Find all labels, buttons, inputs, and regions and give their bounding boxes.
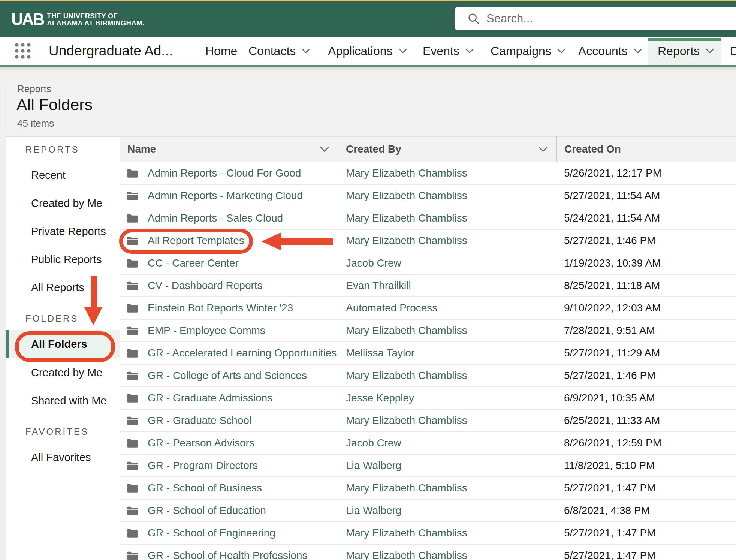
folder-name-link[interactable]: Admin Reports - Sales Cloud [148,212,283,224]
folder-name-link[interactable]: CC - Career Center [148,257,239,269]
folder-name-link[interactable]: Einstein Bot Reports Winter '23 [148,302,293,314]
folder-name-link[interactable]: GR - Pearson Advisors [148,437,254,449]
sidebar-item-public-reports[interactable]: Public Reports [31,251,120,268]
column-header-created-on[interactable]: Created On [557,137,736,162]
nav-tab-campaigns[interactable]: Campaigns [491,37,566,65]
created-by-link[interactable]: Evan Thrailkill [346,280,411,292]
created-by-link[interactable]: Mary Elizabeth Chambliss [346,550,467,560]
table-row[interactable]: Einstein Bot Reports Winter '23 Automate… [120,297,736,320]
folder-name-link[interactable]: Admin Reports - Cloud For Good [148,167,301,179]
sidebar-item-folders-created-by-me[interactable]: Created by Me [31,364,120,381]
folder-name-link[interactable]: GR - School of Engineering [148,527,275,539]
nav-tab-home[interactable]: Home [205,37,237,65]
created-by-link[interactable]: Jacob Crew [346,437,401,449]
column-header-created-by[interactable]: Created By [338,137,557,162]
page-content: Reports All Folders 45 items REPORTS Rec… [0,67,736,560]
folder-name-link[interactable]: GR - Accelerated Learning Opportunities [148,347,337,359]
table-row[interactable]: Admin Reports - Cloud For Good Mary Eliz… [120,162,736,185]
table-row[interactable]: Admin Reports - Marketing Cloud Mary Eli… [120,185,736,207]
created-on-value: 8/26/2021, 12:59 PM [564,437,661,449]
nav-tab-applications[interactable]: Applications [328,37,407,65]
created-on-value: 7/28/2021, 9:51 AM [564,325,655,337]
sidebar-item-all-favorites[interactable]: All Favorites [31,449,120,466]
sidebar-item-all-reports[interactable]: All Reports [31,279,120,296]
created-by-link[interactable]: Automated Process [346,302,437,314]
chevron-down-icon [301,48,310,54]
table-row[interactable]: GR - Graduate School Mary Elizabeth Cham… [120,410,736,432]
table-row[interactable]: EMP - Employee Comms Mary Elizabeth Cham… [120,320,736,342]
nav-tab-reports[interactable]: Reports [658,37,714,65]
created-on-value: 11/8/2021, 5:10 PM [564,460,655,472]
table-row[interactable]: GR - Graduate Admissions Jesse Keppley 6… [120,387,736,410]
sidebar-item-created-by-me[interactable]: Created by Me [31,195,120,212]
folder-name-link[interactable]: GR - School of Business [148,482,262,494]
table-row[interactable]: GR - Program Directors Lia Walberg 11/8/… [120,455,736,477]
table-row[interactable]: GR - Accelerated Learning Opportunities … [120,342,736,365]
table-row[interactable]: CC - Career Center Jacob Crew 1/19/2023,… [120,252,736,275]
nav-tab-accounts[interactable]: Accounts [578,37,642,65]
sidebar-item-private-reports[interactable]: Private Reports [31,223,120,240]
created-by-link[interactable]: Mary Elizabeth Chambliss [346,212,467,224]
folder-name-link[interactable]: GR - Graduate School [148,415,251,427]
folder-name-link[interactable]: GR - Graduate Admissions [148,392,272,404]
folder-icon [127,348,138,358]
column-header-name[interactable]: Name [120,137,338,162]
chevron-down-icon[interactable] [320,147,329,152]
created-by-link[interactable]: Mary Elizabeth Chambliss [346,167,467,179]
chevron-down-icon [633,48,642,54]
created-by-link[interactable]: Mary Elizabeth Chambliss [346,325,467,337]
folder-name-link[interactable]: CV - Dashboard Reports [148,280,263,292]
created-by-link[interactable]: Jesse Keppley [346,392,414,404]
folder-icon [127,483,138,493]
folder-name-link[interactable]: All Report Templates [148,235,244,247]
created-by-link[interactable]: Lia Walberg [346,505,401,517]
created-by-link[interactable]: Lia Walberg [346,460,401,472]
created-on-value: 6/25/2021, 11:33 AM [564,415,660,427]
nav-tab-events[interactable]: Events [423,37,474,65]
created-by-link[interactable]: Mary Elizabeth Chambliss [346,235,467,247]
folder-icon [127,438,138,448]
table-row[interactable]: Admin Reports - Sales Cloud Mary Elizabe… [120,207,736,230]
folder-name-link[interactable]: Admin Reports - Marketing Cloud [148,190,303,202]
sidebar-item-recent[interactable]: Recent [31,166,120,184]
table-row[interactable]: GR - Pearson Advisors Jacob Crew 8/26/20… [120,432,736,455]
page-title: All Folders [16,96,93,114]
table-row[interactable]: GR - School of Health Professions Mary E… [120,545,736,560]
table-row[interactable]: GR - College of Arts and Sciences Mary E… [120,365,736,387]
search-icon [467,12,480,25]
created-on-value: 5/24/2021, 11:54 AM [564,212,660,224]
created-by-link[interactable]: Mary Elizabeth Chambliss [346,482,467,494]
chevron-down-icon[interactable] [538,147,548,152]
created-by-link[interactable]: Mellissa Taylor [346,347,414,359]
uab-logo-mark: UAB [11,12,43,27]
created-by-link[interactable]: Mary Elizabeth Chambliss [346,527,467,539]
app-name: Undergraduate Ad... [49,43,173,59]
created-by-link[interactable]: Mary Elizabeth Chambliss [346,190,467,202]
sidebar-item-all-folders[interactable]: All Folders [6,330,120,358]
table-row[interactable]: GR - School of Business Mary Elizabeth C… [120,477,736,500]
table-row[interactable]: CV - Dashboard Reports Evan Thrailkill 8… [120,275,736,297]
folder-name-link[interactable]: GR - School of Health Professions [148,550,307,560]
nav-tab-contacts[interactable]: Contacts [248,37,310,65]
created-by-link[interactable]: Jacob Crew [346,257,401,269]
folder-icon [127,326,138,335]
sidebar-item-shared-with-me[interactable]: Shared with Me [31,392,120,409]
created-by-link[interactable]: Mary Elizabeth Chambliss [346,370,467,382]
folder-name-link[interactable]: GR - College of Arts and Sciences [148,370,307,382]
app-launcher-icon[interactable] [15,43,31,59]
table-row[interactable]: GR - School of Education Lia Walberg 6/8… [120,500,736,522]
created-on-value: 9/10/2022, 12:03 AM [564,302,661,314]
folder-name-link[interactable]: GR - School of Education [148,505,266,517]
created-by-link[interactable]: Mary Elizabeth Chambliss [346,415,467,427]
table-row[interactable]: GR - School of Engineering Mary Elizabet… [120,522,736,545]
nav-tab-dashboards[interactable]: D [730,37,736,65]
table-body: Admin Reports - Cloud For Good Mary Eliz… [120,162,736,560]
folder-name-link[interactable]: GR - Program Directors [148,460,258,472]
global-search-input[interactable]: Search... [455,7,736,30]
sidebar-section-favorites: FAVORITES [25,426,120,438]
table-row[interactable]: All Report Templates Mary Elizabeth Cham… [120,230,736,252]
created-on-value: 5/27/2021, 1:47 PM [564,550,655,560]
folder-name-link[interactable]: EMP - Employee Comms [148,325,265,337]
folder-icon [127,393,138,403]
page-header: Reports All Folders 45 items [6,78,736,137]
